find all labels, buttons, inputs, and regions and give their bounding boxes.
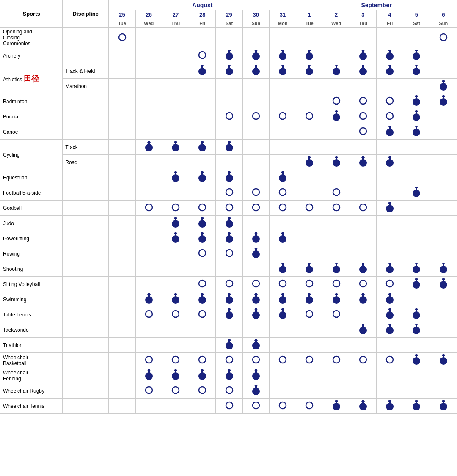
- schedule-cell: [242, 109, 269, 124]
- svg-marker-142: [201, 217, 204, 219]
- schedule-cell: [430, 322, 457, 338]
- schedule-cell: [162, 353, 189, 368]
- schedule-cell: [430, 140, 457, 155]
- schedule-cell: [269, 277, 296, 292]
- circle-icon: [332, 203, 341, 212]
- schedule-cell: [269, 155, 296, 170]
- medal-icon: [251, 339, 261, 350]
- svg-rect-302: [255, 386, 257, 390]
- schedule-cell: [323, 28, 350, 48]
- schedule-cell: [403, 185, 430, 201]
- svg-rect-182: [416, 264, 417, 268]
- schedule-cell: [162, 261, 189, 277]
- schedule-cell: [403, 261, 430, 277]
- circle-icon: [278, 279, 287, 288]
- svg-point-63: [226, 113, 233, 119]
- medal-icon: [171, 232, 180, 243]
- schedule-cell: [377, 185, 403, 201]
- schedule-cell: [350, 140, 376, 155]
- schedule-cell: [269, 307, 296, 322]
- circle-icon: [251, 203, 261, 212]
- svg-point-232: [172, 311, 179, 317]
- schedule-cell: [109, 231, 135, 246]
- svg-marker-316: [388, 400, 391, 402]
- circle-icon: [198, 385, 207, 395]
- schedule-cell: [242, 48, 269, 63]
- svg-marker-124: [415, 187, 418, 188]
- sport-name-cell: Archery: [0, 48, 63, 63]
- medal-icon: [225, 217, 234, 228]
- sports-column-header: Sports: [0, 0, 63, 28]
- svg-rect-309: [336, 402, 337, 405]
- sport-name-cell: Opening andClosingCeremonies: [0, 28, 63, 48]
- schedule-cell: [242, 307, 269, 322]
- svg-marker-14: [308, 50, 311, 51]
- schedule-cell: [109, 140, 135, 155]
- medal-icon: [358, 156, 368, 167]
- sport-name-cell: Boccia: [0, 109, 63, 124]
- table-row: Athletics 田径Track & Field: [0, 63, 457, 79]
- schedule-cell: [242, 246, 269, 261]
- svg-rect-34: [282, 66, 284, 70]
- svg-rect-113: [228, 173, 230, 176]
- table-row: Opening andClosingCeremonies: [0, 28, 457, 48]
- schedule-cell: [269, 353, 296, 368]
- schedule-cell: [350, 124, 376, 140]
- svg-rect-167: [282, 264, 284, 268]
- schedule-cell: [296, 155, 323, 170]
- schedule-cell: [403, 383, 430, 399]
- kanji-label: 田径: [24, 74, 39, 83]
- svg-marker-278: [415, 354, 418, 356]
- svg-rect-7: [255, 51, 257, 55]
- sport-name-cell: Swimming: [0, 292, 63, 307]
- schedule-cell: [430, 109, 457, 124]
- schedule-cell: [135, 155, 162, 170]
- schedule-cell: [109, 383, 135, 399]
- schedule-cell: [189, 231, 216, 246]
- svg-marker-218: [281, 293, 284, 295]
- date-header: 6: [430, 10, 457, 19]
- day-header: Wed: [323, 19, 350, 28]
- svg-point-273: [333, 356, 340, 363]
- schedule-cell: [377, 124, 403, 140]
- discipline-name-cell: [63, 399, 109, 414]
- table-row: Equestrian: [0, 170, 457, 185]
- schedule-cell: [269, 399, 296, 414]
- schedule-cell: [350, 322, 376, 338]
- svg-rect-116: [282, 173, 284, 176]
- schedule-cell: [323, 63, 350, 79]
- svg-marker-284: [147, 369, 151, 371]
- schedule-cell: [377, 79, 403, 94]
- table-row: Goalball: [0, 201, 457, 216]
- svg-marker-250: [415, 308, 418, 310]
- day-header: Sat: [403, 19, 430, 28]
- schedule-cell: [269, 94, 296, 109]
- svg-rect-19: [389, 51, 391, 55]
- svg-point-306: [279, 402, 286, 409]
- schedule-cell: [323, 201, 350, 216]
- svg-rect-73: [416, 112, 417, 116]
- circle-icon: [198, 203, 207, 212]
- september-header: September: [296, 0, 457, 10]
- table-row: Marathon: [0, 79, 457, 94]
- schedule-cell: [430, 201, 457, 216]
- schedule-cell: [269, 185, 296, 201]
- svg-point-297: [146, 387, 152, 393]
- circle-icon: [251, 401, 261, 410]
- svg-rect-264: [255, 341, 257, 344]
- schedule-cell: [135, 399, 162, 414]
- svg-marker-93: [228, 141, 231, 143]
- svg-marker-96: [308, 156, 311, 158]
- schedule-cell: [216, 170, 242, 185]
- schedule-cell: [430, 94, 457, 109]
- schedule-cell: [296, 185, 323, 201]
- schedule-cell: [135, 140, 162, 155]
- medal-icon: [278, 263, 287, 274]
- discipline-name-cell: Track & Field: [63, 63, 109, 79]
- schedule-cell: [296, 140, 323, 155]
- medal-icon: [251, 248, 261, 259]
- schedule-cell: [323, 277, 350, 292]
- svg-rect-147: [175, 234, 176, 237]
- medal-icon: [439, 400, 448, 411]
- svg-marker-262: [228, 339, 231, 341]
